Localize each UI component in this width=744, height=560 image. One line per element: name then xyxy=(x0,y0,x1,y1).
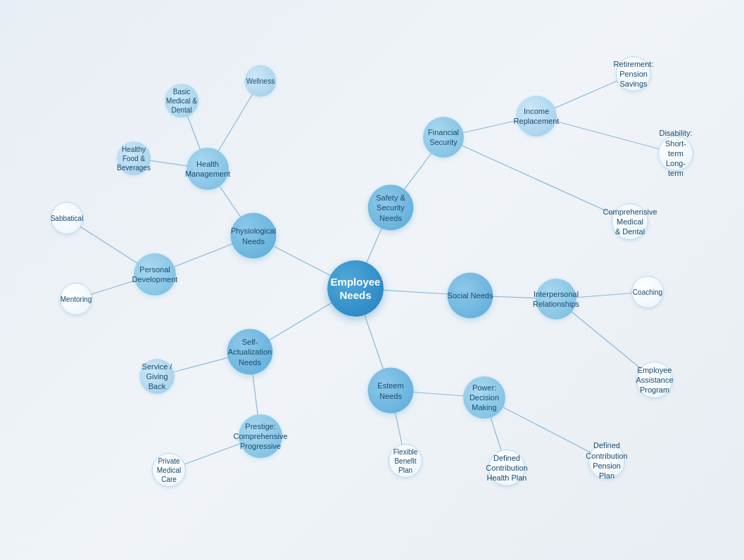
node-label-prestige: Prestige: Comprehensive Progressive xyxy=(233,421,287,452)
node-safety: Safety & Security Needs xyxy=(368,185,414,231)
node-label-retirement: Retirement: Pension Savings xyxy=(614,59,654,89)
node-healthyfood: Healthy Food & Beverages xyxy=(117,141,151,175)
node-label-privatemedical: Private Medical Care xyxy=(157,457,181,484)
node-label-wellness: Wellness xyxy=(246,77,275,86)
node-esteem: Esteem Needs xyxy=(368,368,414,414)
node-label-power: Power: Decision Making xyxy=(469,383,499,413)
node-flexiblebenefit: Flexible Benefit Plan xyxy=(389,444,422,478)
node-eap: Employee Assistance Program xyxy=(636,362,673,398)
node-label-health: Health Management xyxy=(185,159,230,179)
node-label-basicmed: Basic Medical & Dental xyxy=(166,87,197,115)
node-retirement: Retirement: Pension Savings xyxy=(616,56,651,91)
node-label-personal: Personal Development xyxy=(132,265,178,285)
node-label-servicegiving: Service / Giving Back xyxy=(139,362,175,392)
node-label-disability: Disability: Short-term Long-term xyxy=(659,128,693,178)
node-privatemedical: Private Medical Care xyxy=(152,453,186,487)
node-physiological: Physiological Needs xyxy=(231,213,277,259)
node-mentoring: Mentoring xyxy=(60,283,92,315)
node-label-center: Employee Needs xyxy=(331,275,381,303)
node-center: Employee Needs xyxy=(327,260,384,317)
node-definedcontrib: Defined Contribution Pension Plan xyxy=(588,443,625,479)
node-power: Power: Decision Making xyxy=(463,376,505,419)
node-label-income: Income Replacement xyxy=(514,106,560,127)
node-personal: Personal Development xyxy=(134,253,176,295)
node-servicegiving: Service / Giving Back xyxy=(139,359,175,394)
node-label-coaching: Coaching xyxy=(633,288,662,297)
node-coaching: Coaching xyxy=(631,276,664,308)
node-social: Social Needs xyxy=(448,273,493,319)
node-label-selfact: Self- Actualization Needs xyxy=(228,337,272,367)
node-label-safety: Safety & Security Needs xyxy=(376,193,405,223)
node-wellness: Wellness xyxy=(245,65,277,97)
node-label-flexiblebenefit: Flexible Benefit Plan xyxy=(393,447,417,475)
mind-map-container: Employee NeedsPhysiological NeedsSafety … xyxy=(0,0,744,560)
node-income: Income Replacement xyxy=(516,96,557,136)
node-financial: Financial Security xyxy=(423,117,464,158)
node-label-financial: Financial Security xyxy=(428,127,459,148)
node-sabbatical: Sabbatical xyxy=(51,202,83,234)
node-label-comprehensivemd: Comprehensive Medical & Dental xyxy=(603,207,657,237)
node-label-definedcontrib: Defined Contribution Pension Plan xyxy=(586,440,627,481)
node-label-definedhealth: Defined Contribution Health Plan xyxy=(486,453,527,483)
node-label-mentoring: Mentoring xyxy=(61,295,92,304)
node-label-eap: Employee Assistance Program xyxy=(636,365,673,395)
node-comprehensivemd: Comprehensive Medical & Dental xyxy=(612,203,648,240)
node-label-healthyfood: Healthy Food & Beverages xyxy=(117,145,151,172)
node-interpersonal: Interpersonal Relationships xyxy=(536,279,576,319)
node-label-sabbatical: Sabbatical xyxy=(51,214,84,223)
node-label-social: Social Needs xyxy=(448,291,493,300)
node-definedhealth: Defined Contribution Health Plan xyxy=(488,450,525,486)
node-basicmed: Basic Medical & Dental xyxy=(165,84,198,117)
node-label-esteem: Esteem Needs xyxy=(377,381,403,401)
node-label-physiological: Physiological Needs xyxy=(231,226,276,246)
node-prestige: Prestige: Comprehensive Progressive xyxy=(239,414,282,458)
node-label-interpersonal: Interpersonal Relationships xyxy=(533,289,579,310)
node-health: Health Management xyxy=(187,148,229,190)
node-disability: Disability: Short-term Long-term xyxy=(658,136,693,171)
line-financial-comprehensivemd xyxy=(443,137,630,222)
node-selfact: Self- Actualization Needs xyxy=(227,329,273,375)
